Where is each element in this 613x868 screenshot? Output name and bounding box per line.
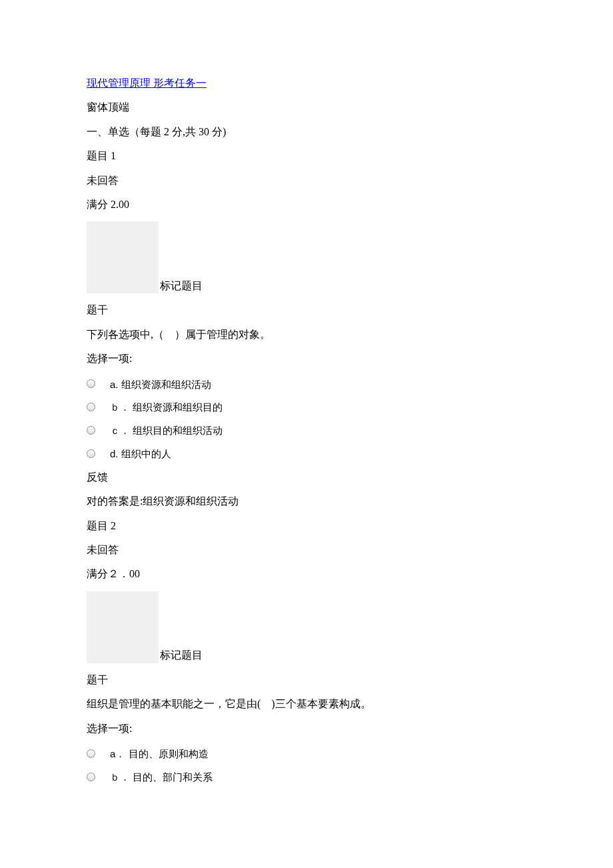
option-row-a[interactable]: a． 目的、原则和构造 [87, 745, 533, 761]
radio-icon[interactable] [87, 449, 95, 458]
radio-icon[interactable] [87, 773, 95, 781]
option-row-d[interactable]: d. 组织中的人 [87, 445, 533, 461]
radio-icon[interactable] [87, 403, 95, 411]
stem-label: 题干 [87, 303, 533, 317]
stem-label: 题干 [87, 673, 533, 687]
flag-placeholder-icon [87, 221, 159, 293]
option-row-c[interactable]: ｃ． 组织目的和组织活动 [87, 422, 533, 437]
option-text: ｃ． 组织目的和组织活动 [110, 425, 223, 436]
question-stem: 下列各选项中,（ ）属于管理的对象。 [87, 327, 533, 342]
option-text: a. 组织资源和组织活动 [110, 378, 211, 389]
question-number: 题目 2 [87, 519, 533, 533]
radio-icon[interactable] [87, 749, 95, 758]
window-top-label: 窗体顶端 [87, 100, 533, 115]
question-number: 题目 1 [87, 149, 533, 163]
question-score: 满分 2.00 [87, 197, 533, 212]
feedback-label: 反馈 [87, 470, 533, 485]
question-status: 未回答 [87, 173, 533, 188]
option-row-b[interactable]: ｂ． 组织资源和组织目的 [87, 399, 533, 414]
question-status: 未回答 [87, 543, 533, 557]
option-row-b[interactable]: ｂ． 目的、部门和关系 [87, 769, 533, 784]
flag-placeholder-icon [87, 591, 159, 663]
select-prompt: 选择一项: [87, 351, 533, 366]
option-text: ｂ． 目的、部门和关系 [110, 771, 213, 783]
question-stem: 组织是管理的基本职能之一，它是由( )三个基本要素构成。 [87, 697, 533, 711]
correct-answer: 对的答案是:组织资源和组织活动 [87, 494, 533, 509]
option-text: a． 目的、原则和构造 [110, 748, 209, 759]
mark-question-label[interactable]: 标记题目 [160, 649, 203, 661]
select-prompt: 选择一项: [87, 721, 533, 736]
option-text: d. 组织中的人 [110, 448, 171, 459]
option-row-a[interactable]: a. 组织资源和组织活动 [87, 376, 533, 391]
question-score: 满分２．00 [87, 567, 533, 581]
radio-icon[interactable] [87, 379, 95, 388]
option-text: ｂ． 组织资源和组织目的 [110, 401, 223, 413]
radio-icon[interactable] [87, 426, 95, 435]
mark-question-label[interactable]: 标记题目 [160, 280, 203, 291]
section-header: 一、单选（每题 2 分,共 30 分) [87, 125, 533, 139]
page-title-link[interactable]: 现代管理原理 形考任务一 [87, 77, 207, 89]
